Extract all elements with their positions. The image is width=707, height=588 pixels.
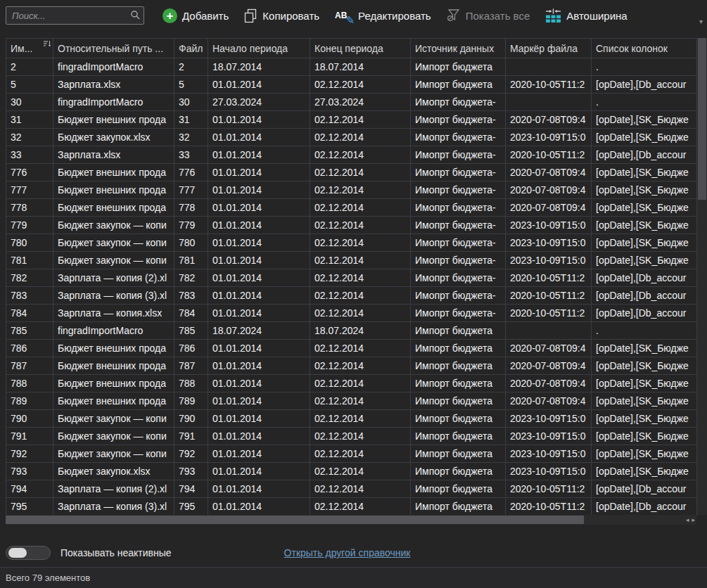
- table-cell[interactable]: 33: [174, 146, 208, 164]
- table-cell[interactable]: Импорт бюджета: [411, 410, 506, 428]
- table-row[interactable]: 789Бюджет внешних прода78901.01.201402.1…: [6, 392, 697, 410]
- table-cell[interactable]: Импорт бюджета: [411, 480, 506, 498]
- table-cell[interactable]: 778: [6, 199, 53, 217]
- table-cell[interactable]: .: [592, 322, 697, 340]
- table-cell[interactable]: 2020-07-08T09:4: [506, 392, 592, 410]
- table-cell[interactable]: Имопрт бюджета-: [411, 181, 506, 199]
- table-cell[interactable]: 791: [174, 428, 208, 445]
- table-cell[interactable]: 01.01.2014: [208, 234, 310, 252]
- table-cell[interactable]: 779: [6, 217, 53, 234]
- table-cell[interactable]: 01.01.2014: [208, 357, 310, 375]
- table-cell[interactable]: 01.01.2014: [208, 287, 310, 305]
- table-cell[interactable]: 5: [6, 76, 53, 94]
- table-cell[interactable]: 2020-07-08T09:4: [506, 199, 592, 217]
- table-cell[interactable]: Бюджет внешних прода: [53, 357, 174, 375]
- table-cell[interactable]: 793: [174, 463, 208, 480]
- column-header[interactable]: Маркёр файла: [506, 39, 592, 58]
- table-cell[interactable]: 02.12.2014: [310, 340, 411, 357]
- table-cell[interactable]: 2: [174, 58, 208, 76]
- table-cell[interactable]: [opDate],[Db_accour: [592, 146, 697, 164]
- table-cell[interactable]: Имопрт бюджета-: [411, 111, 506, 129]
- table-cell[interactable]: [506, 58, 592, 76]
- table-cell[interactable]: Зарплата — копия (3).xl: [53, 287, 174, 305]
- table-cell[interactable]: [opDate],[SK_Бюдже: [592, 234, 697, 252]
- table-cell[interactable]: Импорт бюджета: [411, 498, 506, 516]
- table-row[interactable]: 781Бюджет закупок — копи78101.01.201402.…: [6, 252, 697, 269]
- table-row[interactable]: 786Бюджет внешних прода78601.01.201402.1…: [6, 340, 697, 357]
- table-cell[interactable]: 787: [6, 357, 53, 375]
- table-cell[interactable]: Имопрт бюджета-: [411, 199, 506, 217]
- table-cell[interactable]: 33: [6, 146, 53, 164]
- table-row[interactable]: 792Бюджет закупок — копи79201.01.201402.…: [6, 445, 697, 463]
- table-cell[interactable]: 2023-10-09T15:0: [506, 129, 592, 146]
- table-row[interactable]: 794Зарплата — копия (2).xl79401.01.20140…: [6, 480, 697, 498]
- column-header[interactable]: Источник данных: [411, 39, 506, 58]
- table-cell[interactable]: Импорт бюджета: [411, 76, 506, 94]
- table-cell[interactable]: 01.01.2014: [208, 463, 310, 480]
- table-cell[interactable]: 02.12.2014: [310, 287, 411, 305]
- table-cell[interactable]: Имопрт бюджета-: [411, 269, 506, 287]
- table-cell[interactable]: 784: [174, 305, 208, 322]
- table-cell[interactable]: [opDate],[Db_accour: [592, 305, 697, 322]
- table-cell[interactable]: 02.12.2014: [310, 129, 411, 146]
- table-cell[interactable]: [opDate],[SK_Бюдже: [592, 164, 697, 181]
- table-cell[interactable]: 01.01.2014: [208, 269, 310, 287]
- table-cell[interactable]: 5: [174, 76, 208, 94]
- table-cell[interactable]: 2023-10-09T15:0: [506, 234, 592, 252]
- table-row[interactable]: 2fingradImportMacro218.07.201418.07.2014…: [6, 58, 697, 76]
- table-cell[interactable]: [opDate],[SK_Бюдже: [592, 428, 697, 445]
- search-input[interactable]: [6, 6, 144, 25]
- table-cell[interactable]: Импорт бюджета: [411, 340, 506, 357]
- table-cell[interactable]: 02.12.2014: [310, 146, 411, 164]
- table-cell[interactable]: 02.12.2014: [310, 217, 411, 234]
- table-cell[interactable]: 01.01.2014: [208, 498, 310, 516]
- table-row[interactable]: 785fingradImportMacro78518.07.202418.07.…: [6, 322, 697, 340]
- table-cell[interactable]: 02.12.2014: [310, 357, 411, 375]
- table-cell[interactable]: Импорт бюджета: [411, 58, 506, 76]
- table-cell[interactable]: Имопрт бюджета-: [411, 94, 506, 111]
- table-row[interactable]: 795Зарплата — копия (3).xl79501.01.20140…: [6, 498, 697, 516]
- table-cell[interactable]: 02.12.2014: [310, 463, 411, 480]
- table-cell[interactable]: 18.07.2014: [310, 58, 411, 76]
- table-row[interactable]: 779Бюджет закупок — копи77901.01.201402.…: [6, 217, 697, 234]
- table-row[interactable]: 31Бюджет внешних прода3101.01.201402.12.…: [6, 111, 697, 129]
- table-cell[interactable]: 18.07.2014: [208, 58, 310, 76]
- table-cell[interactable]: [opDate],[SK_Бюдже: [592, 375, 697, 392]
- table-cell[interactable]: 02.12.2014: [310, 111, 411, 129]
- table-cell[interactable]: 783: [6, 287, 53, 305]
- table-cell[interactable]: Бюджет закупок — копи: [53, 217, 174, 234]
- table-cell[interactable]: 01.01.2014: [208, 305, 310, 322]
- search-icon[interactable]: [130, 10, 141, 20]
- table-row[interactable]: 32Бюджет закупок.xlsx3201.01.201402.12.2…: [6, 129, 697, 146]
- table-cell[interactable]: [opDate],[Db_accour: [592, 480, 697, 498]
- table-cell[interactable]: Импорт бюджета: [411, 428, 506, 445]
- table-cell[interactable]: 01.01.2014: [208, 111, 310, 129]
- table-cell[interactable]: Зарплата — копия (2).xl: [53, 480, 174, 498]
- autowidth-button[interactable]: Автоширина: [545, 8, 627, 23]
- table-cell[interactable]: fingradImportMacro: [53, 322, 174, 340]
- table-row[interactable]: 776Бюджет внешних прода77601.01.201402.1…: [6, 164, 697, 181]
- table-cell[interactable]: 02.12.2014: [310, 76, 411, 94]
- table-cell[interactable]: 792: [6, 445, 53, 463]
- table-cell[interactable]: 31: [6, 111, 53, 129]
- table-cell[interactable]: 795: [6, 498, 53, 516]
- table-row[interactable]: 788Бюджет внешних прода78801.01.201402.1…: [6, 375, 697, 392]
- table-cell[interactable]: .: [592, 58, 697, 76]
- table-cell[interactable]: 791: [6, 428, 53, 445]
- table-cell[interactable]: [opDate],[SK_Бюдже: [592, 392, 697, 410]
- table-cell[interactable]: 02.12.2014: [310, 410, 411, 428]
- table-row[interactable]: 30fingradImportMacro3027.03.202427.03.20…: [6, 94, 697, 111]
- table-cell[interactable]: 777: [6, 181, 53, 199]
- table-cell[interactable]: 2023-10-09T15:0: [506, 445, 592, 463]
- table-cell[interactable]: 02.12.2014: [310, 269, 411, 287]
- table-cell[interactable]: 2020-07-08T09:4: [506, 181, 592, 199]
- table-cell[interactable]: [opDate],[Db_accour: [592, 76, 697, 94]
- table-row[interactable]: 782Зарплата — копия (2).xl78201.01.20140…: [6, 269, 697, 287]
- table-cell[interactable]: 789: [6, 392, 53, 410]
- table-cell[interactable]: 2020-10-05T11:2: [506, 498, 592, 516]
- table-cell[interactable]: Бюджет закупок — копи: [53, 445, 174, 463]
- table-cell[interactable]: 02.12.2014: [310, 498, 411, 516]
- column-header[interactable]: Относительный путь ...: [53, 39, 174, 58]
- table-cell[interactable]: 31: [174, 111, 208, 129]
- table-cell[interactable]: Зарплата.xlsx: [53, 146, 174, 164]
